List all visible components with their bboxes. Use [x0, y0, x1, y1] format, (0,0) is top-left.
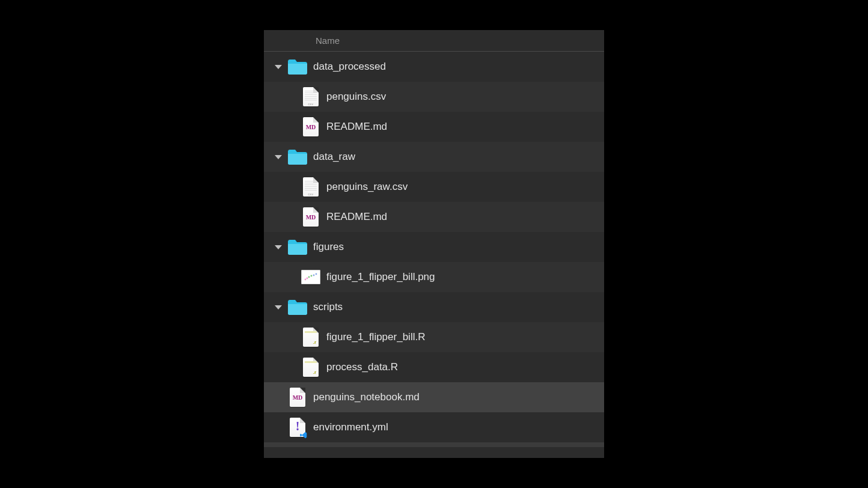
file-row[interactable]: csv penguins.csv — [264, 82, 604, 112]
folder-icon — [287, 146, 308, 168]
yml-file-icon: ! — [287, 416, 308, 438]
folder-row[interactable]: data_processed — [264, 52, 604, 82]
file-browser-panel: Name data_processed csv penguins.csv MD — [264, 30, 604, 458]
item-label: figure_1_flipper_bill.R — [326, 331, 425, 343]
svg-point-1 — [307, 278, 308, 279]
image-file-icon — [300, 266, 322, 288]
file-row[interactable]: csv penguins_raw.csv — [264, 172, 604, 202]
footer-strip — [264, 442, 604, 447]
svg-point-3 — [311, 275, 313, 277]
file-row[interactable]: figure_1_flipper_bill.png — [264, 262, 604, 292]
folder-icon — [287, 236, 308, 258]
file-row[interactable]: MD README.md — [264, 112, 604, 142]
item-label: data_processed — [313, 61, 386, 73]
chevron-down-icon[interactable] — [270, 245, 287, 249]
item-label: figures — [313, 241, 344, 253]
item-label: penguins_notebook.md — [313, 391, 420, 403]
item-label: scripts — [313, 301, 343, 313]
chevron-down-icon[interactable] — [270, 155, 287, 159]
file-row[interactable]: .r process_data.R — [264, 352, 604, 382]
file-row[interactable]: MD penguins_notebook.md — [264, 382, 604, 412]
item-label: process_data.R — [326, 361, 398, 373]
folder-icon — [287, 296, 308, 318]
file-tree: data_processed csv penguins.csv MD READM… — [264, 52, 604, 458]
folder-row[interactable]: data_raw — [264, 142, 604, 172]
folder-icon — [287, 56, 308, 78]
svg-point-2 — [308, 276, 310, 278]
svg-point-5 — [316, 273, 317, 275]
chevron-down-icon[interactable] — [270, 305, 287, 310]
column-header-name: Name — [316, 35, 340, 46]
column-header[interactable]: Name — [264, 30, 604, 52]
svg-point-0 — [305, 279, 307, 281]
md-file-icon: MD — [287, 386, 308, 408]
svg-point-4 — [313, 275, 315, 276]
item-label: environment.yml — [313, 421, 388, 433]
item-label: README.md — [326, 121, 387, 133]
folder-row[interactable]: figures — [264, 232, 604, 262]
item-label: penguins.csv — [326, 91, 386, 103]
vscode-badge-icon — [299, 431, 308, 439]
item-label: penguins_raw.csv — [326, 181, 408, 193]
file-row[interactable]: ! environment.yml — [264, 412, 604, 442]
md-file-icon: MD — [300, 116, 322, 138]
csv-file-icon: csv — [300, 86, 322, 108]
csv-file-icon: csv — [300, 176, 322, 198]
file-row[interactable]: MD README.md — [264, 202, 604, 232]
md-file-icon: MD — [300, 206, 322, 228]
item-label: figure_1_flipper_bill.png — [326, 271, 435, 283]
r-file-icon: .r — [300, 356, 322, 378]
file-row[interactable]: .r figure_1_flipper_bill.R — [264, 322, 604, 352]
folder-row[interactable]: scripts — [264, 292, 604, 322]
r-file-icon: .r — [300, 326, 322, 348]
item-label: data_raw — [313, 151, 355, 163]
item-label: README.md — [326, 211, 387, 223]
chevron-down-icon[interactable] — [270, 65, 287, 69]
